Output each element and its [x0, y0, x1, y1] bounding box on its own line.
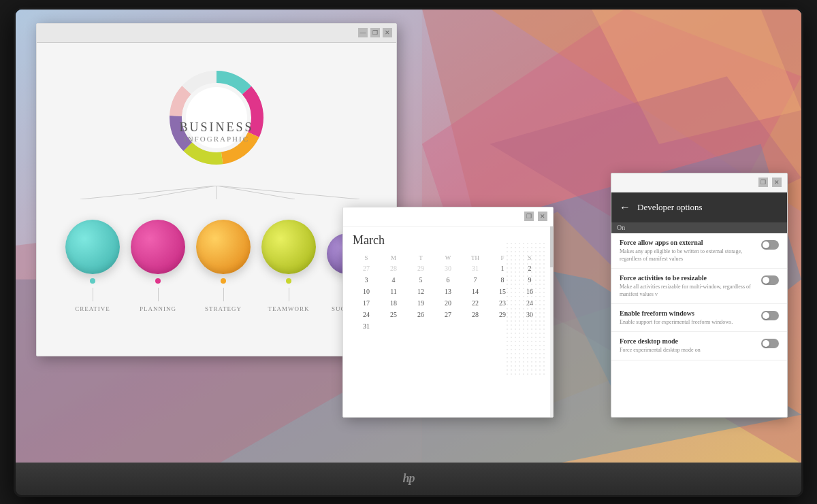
line-creative	[93, 288, 93, 301]
devopt-desc-1: Makes any app eligible to be written to …	[620, 248, 756, 263]
cal-day[interactable]: 6	[434, 274, 462, 286]
calendar-restore-btn[interactable]: ❐	[524, 212, 534, 221]
hp-logo: hp	[395, 467, 422, 491]
infographic-minimize-btn[interactable]: —	[358, 28, 368, 37]
window-developer-options: ❐ ✕ ← Developer options On Force allow a…	[611, 173, 788, 418]
cal-header-t1: T	[407, 253, 434, 263]
window-calendar: ❐ ✕ March S M T W TH F S	[342, 207, 554, 418]
cal-day	[407, 320, 434, 332]
devopt-restore-btn[interactable]: ❐	[758, 178, 768, 187]
devopt-item-text-2: Force activities to be resizable Make al…	[620, 274, 756, 298]
svg-text:hp: hp	[402, 471, 415, 485]
line-planning	[158, 288, 159, 301]
dot-planning	[155, 278, 161, 284]
devopt-item-text-1: Force allow apps on external Makes any a…	[620, 239, 756, 263]
cal-day	[434, 320, 462, 332]
cal-day[interactable]: 19	[407, 297, 434, 309]
cal-day[interactable]: 4	[380, 274, 407, 286]
devopt-toggle-3[interactable]	[761, 311, 779, 320]
devopt-item-text-4: Force desktop mode Force experimental de…	[620, 337, 756, 354]
cal-header-m: M	[380, 253, 407, 263]
cal-day[interactable]: 14	[462, 286, 489, 297]
devopt-desc-4: Force experimental desktop mode on	[620, 346, 756, 354]
cal-day[interactable]: 7	[462, 274, 489, 286]
developer-titlebar: ❐ ✕	[611, 173, 787, 192]
cal-day[interactable]: 26	[407, 309, 434, 320]
svg-line-25	[217, 186, 359, 199]
hp-logo-svg: hp	[395, 467, 422, 488]
cal-day[interactable]: 5	[407, 274, 434, 286]
devopt-toggle-2[interactable]	[761, 275, 779, 285]
bubble-strategy	[196, 220, 251, 274]
cal-day	[380, 320, 407, 332]
cal-day[interactable]: 17	[353, 297, 380, 309]
devopt-desc-2: Make all activities resizable for multi-…	[620, 283, 756, 298]
cal-day[interactable]: 27	[353, 263, 380, 274]
label-creative: CREATIVE	[75, 305, 110, 312]
cal-day[interactable]: 3	[353, 274, 380, 286]
devopt-item-text-3: Enable freeform windows Enable support f…	[620, 309, 756, 326]
dot-teamwork	[286, 278, 291, 284]
devopt-title-3: Enable freeform windows	[620, 309, 756, 317]
calendar-scrollbar[interactable]	[550, 226, 553, 417]
infographic-titlebar: — ❐ ✕	[37, 24, 396, 43]
devopt-item-force-allow: Force allow apps on external Makes any a…	[611, 233, 787, 269]
cal-day[interactable]: 18	[380, 297, 407, 309]
devopt-close-btn[interactable]: ✕	[772, 178, 782, 187]
cal-day[interactable]: 12	[407, 286, 434, 297]
svg-line-24	[217, 186, 295, 199]
developer-header: ← Developer options	[611, 192, 787, 222]
cal-day[interactable]: 29	[407, 263, 434, 274]
cal-day[interactable]: 31	[462, 263, 489, 274]
cal-day[interactable]: 31	[353, 320, 380, 332]
devopt-toggle-1[interactable]	[761, 240, 779, 250]
cal-day[interactable]: 22	[462, 297, 489, 309]
cal-day[interactable]: 28	[380, 263, 407, 274]
line-strategy	[223, 288, 224, 301]
cal-day[interactable]: 27	[434, 309, 462, 320]
calendar-dots-decoration	[505, 241, 546, 377]
circle-creative: CREATIVE	[65, 220, 120, 312]
cal-day[interactable]: 11	[380, 286, 407, 297]
developer-options-title: Developer options	[637, 202, 703, 213]
cal-day[interactable]: 25	[380, 309, 407, 320]
monitor-base: hp	[16, 463, 801, 495]
line-teamwork	[289, 288, 289, 301]
calendar-scrollbar-thumb	[550, 226, 553, 267]
devopt-title-1: Force allow apps on external	[620, 239, 756, 246]
devopt-title-4: Force desktop mode	[620, 337, 756, 345]
infographic-restore-btn[interactable]: ❐	[370, 28, 380, 37]
cal-header-w: W	[434, 253, 462, 263]
devopt-toggle-4[interactable]	[761, 339, 779, 348]
calendar-close-btn[interactable]: ✕	[538, 212, 547, 221]
infographic-close-btn[interactable]: ✕	[383, 28, 392, 37]
label-planning: PLANNING	[140, 305, 176, 312]
cal-day[interactable]: 28	[462, 309, 489, 320]
dot-strategy	[221, 278, 226, 284]
cal-day[interactable]: 13	[434, 286, 462, 297]
devopt-item-freeform: Enable freeform windows Enable support f…	[611, 304, 787, 332]
devopt-title-2: Force activities to be resizable	[620, 274, 756, 282]
cal-header-th: TH	[462, 253, 489, 263]
label-strategy: STRATEGY	[205, 305, 242, 312]
developer-on-badge: On	[611, 222, 787, 233]
circle-planning: PLANNING	[131, 220, 185, 312]
devopt-item-desktop-mode: Force desktop mode Force experimental de…	[611, 332, 787, 360]
connector-lines	[46, 186, 387, 199]
circles-row: CREATIVE PLANNING STRATEGY	[65, 220, 368, 312]
cal-day[interactable]: 10	[353, 286, 380, 297]
monitor-screen: — ❐ ✕	[16, 10, 801, 463]
calendar-titlebar: ❐ ✕	[343, 207, 553, 226]
cal-day[interactable]: 20	[434, 297, 462, 309]
label-teamwork: TEAMWORK	[268, 305, 310, 312]
cal-header-s1: S	[353, 253, 380, 263]
back-arrow-icon[interactable]: ←	[620, 201, 630, 214]
devopt-item-force-resize: Force activities to be resizable Make al…	[611, 269, 787, 304]
cal-day[interactable]: 24	[353, 309, 380, 320]
dot-creative	[90, 278, 95, 284]
bubble-planning	[131, 220, 185, 274]
bubble-creative	[65, 220, 120, 274]
circle-teamwork: TEAMWORK	[261, 220, 316, 312]
cal-day[interactable]: 30	[434, 263, 462, 274]
monitor: — ❐ ✕	[14, 7, 803, 497]
